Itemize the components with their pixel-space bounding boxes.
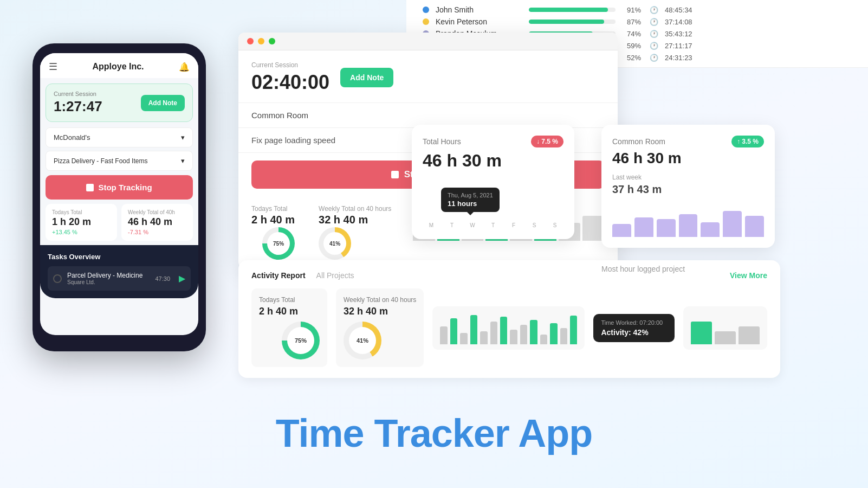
total-hours-title: Total Hours bbox=[423, 137, 461, 146]
mini-bar bbox=[657, 219, 676, 237]
employee-pct: 59% bbox=[622, 42, 641, 50]
chart-bar-t2: T Thu, Aug 5, 2021 11 hours bbox=[484, 220, 502, 228]
phone-tasks-section: Tasks Overview Parcel Delivery - Medicin… bbox=[40, 245, 198, 298]
employee-bar bbox=[529, 20, 604, 24]
common-room-title: Common Room bbox=[612, 137, 665, 146]
menu-icon[interactable]: ☰ bbox=[49, 61, 57, 73]
activity-bars-right bbox=[683, 306, 767, 350]
total-hours-chart: M T W T Thu, Aug 5, 2021 11 hours F bbox=[423, 179, 563, 228]
activity-bar bbox=[691, 322, 712, 344]
last-week-hours: 37 h 43 m bbox=[612, 183, 764, 196]
phone-dropdown-project[interactable]: McDonald's ▾ bbox=[46, 127, 193, 147]
stop-icon bbox=[86, 184, 94, 191]
activity-bar bbox=[470, 315, 477, 344]
phone-todays-total: Todays Total 1 h 20 m +13.45 % bbox=[46, 204, 117, 241]
activity-bar bbox=[440, 326, 447, 344]
employee-pct: 91% bbox=[622, 6, 641, 14]
total-hours-badge: ↓ 7.5 % bbox=[531, 136, 563, 147]
activity-bar bbox=[520, 325, 527, 344]
weekly-label: Weekly Total on 40 hours bbox=[344, 296, 416, 304]
weekly-time: 32 h 40 m bbox=[344, 306, 416, 317]
activity-bar bbox=[550, 323, 557, 344]
activity-bar bbox=[490, 322, 497, 344]
chart-bar-f: F bbox=[505, 220, 522, 228]
phone-weekly-total: Weekly Total of 40h 46 h 40 m -7.31 % bbox=[121, 204, 193, 241]
phone-session-card: Current Session 1:27:47 Add Note bbox=[46, 84, 193, 122]
employee-name: Kevin Peterson bbox=[436, 17, 522, 26]
mini-bar bbox=[745, 216, 764, 237]
todays-donut: 75% bbox=[282, 322, 320, 359]
chart-bar-t1: T bbox=[443, 220, 461, 228]
total-hours-value: 46 h 30 m bbox=[423, 151, 563, 171]
add-note-button[interactable]: Add Note bbox=[141, 95, 185, 111]
activity-bar bbox=[560, 328, 567, 344]
chart-bar-m: M bbox=[423, 220, 440, 228]
activity-bar bbox=[480, 331, 487, 344]
tracker-session-row: Current Session 02:40:00 Add Note bbox=[238, 50, 618, 103]
todays-total-card: Todays Total 2 h 40 m 75% bbox=[251, 288, 327, 367]
employee-time: 48:45:34 bbox=[665, 6, 705, 14]
clock-icon: 🕐 bbox=[650, 18, 658, 26]
mini-bar bbox=[612, 224, 631, 237]
weekly-donut-inner: 41% bbox=[323, 232, 346, 255]
phone-header: ☰ Apploye Inc. 🔔 bbox=[40, 53, 198, 78]
chart-bar-s1: S bbox=[526, 220, 543, 228]
tab-all-projects[interactable]: All Projects bbox=[316, 271, 354, 280]
todays-total-item: Todays Total 2 h 40 m 75% bbox=[251, 205, 295, 260]
phone-stop-tracking-button[interactable]: Stop Tracking bbox=[46, 175, 193, 200]
phone-dropdown-task[interactable]: Pizza Delivery - Fast Food Items ▾ bbox=[46, 151, 193, 171]
activity-content: Todays Total 2 h 40 m 75% Weekly Total o… bbox=[251, 288, 767, 367]
employee-bar-wrap bbox=[529, 20, 616, 24]
activity-bar bbox=[510, 330, 517, 344]
phone-app-title: Apploye Inc. bbox=[92, 62, 144, 72]
phone-totals: Todays Total 1 h 20 m +13.45 % Weekly To… bbox=[46, 204, 193, 241]
weekly-total-item: Weekly Total on 40 hours 32 h 40 m 41% bbox=[319, 205, 391, 260]
employee-time: 24:31:23 bbox=[665, 54, 705, 62]
task-item: Parcel Delivery - Medicine Square Ltd. 4… bbox=[48, 266, 191, 291]
tab-activity-report[interactable]: Activity Report bbox=[251, 271, 306, 280]
mini-bar bbox=[679, 214, 698, 237]
chart-bar-w: W bbox=[464, 220, 481, 228]
activity-bar bbox=[460, 333, 467, 344]
common-room-card: Common Room ↑ 3.5 % 46 h 30 m Last week … bbox=[601, 125, 775, 248]
browser-close-dot[interactable] bbox=[247, 38, 254, 44]
employee-dot bbox=[423, 7, 429, 13]
employee-row: John Smith 91% 🕐 48:45:34 bbox=[423, 5, 852, 14]
activity-section: Activity Report All Projects View More T… bbox=[238, 260, 780, 378]
weekly-total-card: Weekly Total on 40 hours 32 h 40 m 41% bbox=[336, 288, 424, 367]
bell-icon[interactable]: 🔔 bbox=[179, 62, 190, 72]
todays-time: 2 h 40 m bbox=[259, 306, 320, 317]
todays-donut-chart: 75% bbox=[262, 227, 295, 260]
clock-icon: 🕐 bbox=[650, 30, 658, 38]
activity-tooltip: Time Worked: 07:20:00 Activity: 42% bbox=[593, 314, 675, 342]
session-label: Current Session bbox=[54, 91, 102, 97]
add-note-button[interactable]: Add Note bbox=[340, 68, 393, 87]
clock-icon: 🕐 bbox=[650, 42, 658, 50]
employee-bar-wrap bbox=[529, 8, 616, 12]
session-time: 1:27:47 bbox=[54, 98, 102, 115]
view-more-link[interactable]: View More bbox=[730, 271, 767, 280]
most-hour-logged-label: Most hour logged project bbox=[601, 265, 685, 273]
employee-pct: 87% bbox=[622, 18, 641, 26]
browser-minimize-dot[interactable] bbox=[258, 38, 264, 44]
mini-bar bbox=[634, 217, 653, 237]
activity-bar bbox=[540, 335, 547, 344]
activity-bar bbox=[715, 331, 736, 344]
hero-title: Time Tracker App bbox=[276, 411, 592, 455]
browser-maximize-dot[interactable] bbox=[269, 38, 275, 44]
common-room-badge: ↑ 3.5 % bbox=[731, 136, 764, 147]
clock-icon: 🕐 bbox=[650, 54, 658, 62]
mini-bar bbox=[723, 211, 742, 237]
common-room-mini-chart bbox=[612, 204, 764, 237]
chart-bar-s2: S bbox=[546, 220, 563, 228]
total-hours-card: Total Hours ↓ 7.5 % 46 h 30 m M T W T Th… bbox=[412, 125, 574, 239]
activity-tabs: Activity Report All Projects bbox=[251, 271, 354, 280]
activity-bar bbox=[530, 320, 537, 344]
play-icon[interactable]: ▶ bbox=[179, 273, 185, 284]
weekly-donut-chart: 41% bbox=[319, 227, 351, 260]
activity-bar bbox=[500, 317, 507, 344]
last-week-label: Last week bbox=[612, 174, 764, 181]
employee-pct: 52% bbox=[622, 54, 641, 62]
employee-row: Kevin Peterson 87% 🕐 37:14:08 bbox=[423, 17, 852, 26]
activity-header: Activity Report All Projects View More bbox=[251, 271, 767, 280]
